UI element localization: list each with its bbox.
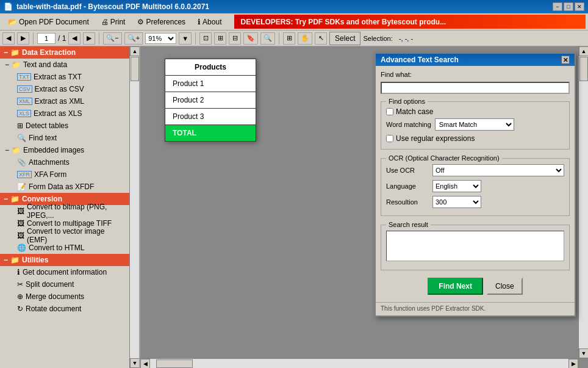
dialog-footer: This function uses PDF Extractor SDK.	[376, 302, 575, 316]
dialog-body: Find what: Find options Match case	[376, 66, 575, 302]
tree-get-doc-info[interactable]: ℹ Get document information	[0, 266, 129, 278]
page-prev-button[interactable]: ◀	[68, 32, 81, 45]
cursor-button[interactable]: ↖	[315, 32, 327, 45]
tree-convert-bitmap[interactable]: 🖼 Convert to bitmap (PNG, JPEG,...	[0, 205, 129, 217]
search-result-legend: Search result	[386, 221, 431, 228]
xls-icon: XLS	[17, 110, 31, 117]
content-bottom-scrollbar[interactable]: ◀ ▶	[140, 358, 578, 368]
tree-extract-xml[interactable]: XML Extract as XML	[0, 95, 129, 107]
tree-text-and-data[interactable]: − 📁 Text and data	[0, 59, 129, 71]
tree-extract-xls[interactable]: XLS Extract as XLS	[0, 107, 129, 120]
tree-convert-emf[interactable]: 🖼 Convert to vector image (EMF)	[0, 229, 129, 242]
tree-merge-docs[interactable]: ⊕ Merge documents	[0, 290, 129, 303]
fit-width-button[interactable]: ⊞	[214, 32, 226, 45]
folder-icon: 📁	[12, 60, 21, 69]
dialog-close-btn[interactable]: Close	[487, 278, 523, 295]
resolution-select[interactable]: 72 150 300 600	[432, 196, 481, 208]
menu-about[interactable]: ℹ About	[192, 15, 227, 29]
folder-icon2: 📁	[12, 146, 21, 154]
content-scroll-thumb[interactable]	[579, 57, 588, 81]
html-icon: 🌐	[17, 244, 26, 252]
txt-icon: TXT	[17, 73, 31, 81]
tree-xfa-form[interactable]: XFR XFA Form	[0, 168, 129, 181]
section-data-extraction[interactable]: − 📁 Data Extraction	[0, 46, 129, 59]
scroll-thumb[interactable]	[131, 57, 139, 81]
match-case-checkbox[interactable]	[386, 108, 393, 115]
scroll-up-button[interactable]: ▲	[130, 46, 139, 56]
attach-icon: 📎	[17, 158, 26, 167]
close-button[interactable]: ✕	[575, 2, 584, 11]
scroll-up-content-button[interactable]: ▲	[579, 46, 588, 56]
prefs-icon: ⚙	[137, 18, 144, 26]
content-right-scrollbar[interactable]: ▲ ▼	[578, 46, 588, 358]
word-matching-row: Word matching Smart Match Whole Word Any…	[386, 118, 564, 131]
tree-embedded-images[interactable]: − 📁 Embedded images	[0, 144, 129, 156]
scroll-h-thumb[interactable]	[156, 359, 193, 368]
scroll-left-button[interactable]: ◀	[140, 359, 150, 368]
scroll-down-button[interactable]: ▼	[130, 358, 139, 368]
nav-back-button[interactable]: ◀	[2, 32, 15, 45]
search-result-box	[386, 231, 564, 261]
tiff-icon: 🖼	[17, 219, 24, 228]
advanced-text-search-dialog: Advanced Text Search ✕ Find what: Find o…	[375, 52, 576, 317]
tree-form-data-xfdf[interactable]: 📝 Form Data as XFDF	[0, 181, 129, 193]
resolution-row: Resoultion 72 150 300 600	[386, 196, 564, 208]
zoom-out-button[interactable]: 🔍−	[103, 32, 121, 45]
toolbar-sep-2	[99, 32, 99, 45]
folder-icon3: 📁	[10, 195, 20, 203]
page-next-button[interactable]: ▶	[83, 32, 95, 45]
scroll-right-button[interactable]: ▶	[568, 359, 578, 368]
section-utilities[interactable]: − 📁 Utilities	[0, 254, 129, 266]
find-next-button[interactable]: Find Next	[428, 278, 483, 295]
print-icon: 🖨	[101, 18, 109, 26]
tree-extract-csv[interactable]: CSV Extract as CSV	[0, 83, 129, 95]
search-button[interactable]: 🔍	[260, 32, 275, 45]
maximize-button[interactable]: □	[564, 2, 573, 11]
tree-extract-txt[interactable]: TXT Extract as TXT	[0, 71, 129, 83]
left-panel-scrollbar[interactable]: ▲ ▼	[129, 46, 139, 368]
use-ocr-select[interactable]: Off On	[432, 164, 564, 176]
toolbar: ◀ ▶ / 1 ◀ ▶ 🔍− 🔍+ 91% 100% 125% 150% ▼ ⊡…	[0, 31, 588, 46]
selection-value: -, -, -	[399, 35, 413, 42]
tree-split-doc[interactable]: ✂ Split document	[0, 278, 129, 290]
zoom-in-button[interactable]: 🔍+	[124, 32, 143, 45]
page-layout-button[interactable]: ⊟	[229, 32, 241, 45]
dialog-close-button[interactable]: ✕	[561, 56, 570, 64]
menu-open[interactable]: 📂 Open PDF Document	[2, 15, 95, 29]
find-icon: 🔍	[17, 134, 26, 142]
left-panel: − 📁 Data Extraction − 📁 Text and data TX…	[0, 46, 140, 368]
nav-forward-button[interactable]: ▶	[17, 32, 29, 45]
table-icon: ⊞	[17, 121, 23, 130]
dialog-title-bar: Advanced Text Search ✕	[376, 54, 575, 66]
merge-icon: ⊕	[17, 292, 23, 301]
content-scroll-track	[579, 56, 588, 348]
menu-print[interactable]: 🖨 Print	[96, 15, 131, 29]
page-total: / 1	[58, 34, 66, 43]
toolbar-sep-3	[195, 32, 196, 45]
find-options-fieldset: Find options Match case Word matching Sm…	[381, 98, 570, 150]
word-matching-select[interactable]: Smart Match Whole Word Any Part	[435, 118, 514, 131]
find-what-input[interactable]	[381, 82, 570, 94]
hand-button[interactable]: ✋	[298, 32, 312, 45]
tree-detect-tables[interactable]: ⊞ Detect tables	[0, 120, 129, 132]
minus-icon: −	[4, 48, 8, 57]
grid-button[interactable]: ⊞	[283, 32, 295, 45]
menu-preferences[interactable]: ⚙ Preferences	[132, 15, 191, 29]
language-select[interactable]: English French German Spanish	[432, 180, 481, 192]
window-title: table-with-data.pdf - Bytescout PDF Mult…	[16, 2, 209, 11]
bookmark-button[interactable]: 🔖	[243, 32, 258, 45]
fit-page-button[interactable]: ⊡	[199, 32, 212, 45]
zoom-select[interactable]: 91% 100% 125% 150%	[145, 33, 176, 44]
xfdf-icon: 📝	[17, 182, 26, 191]
scroll-down-content-button[interactable]: ▼	[579, 348, 588, 358]
tree-attachments[interactable]: 📎 Attachments	[0, 156, 129, 168]
minimize-button[interactable]: −	[553, 2, 562, 11]
search-result-fieldset: Search result	[381, 221, 570, 270]
use-regex-checkbox[interactable]	[386, 135, 393, 142]
minus-icon3: −	[4, 256, 8, 264]
page-number-input[interactable]	[37, 33, 56, 44]
tree-find-text[interactable]: 🔍 Find text	[0, 132, 129, 144]
tree-rotate-doc[interactable]: ↻ Rotate document	[0, 303, 129, 315]
zoom-dropdown-button[interactable]: ▼	[179, 32, 192, 45]
select-button[interactable]: Select	[329, 32, 360, 45]
